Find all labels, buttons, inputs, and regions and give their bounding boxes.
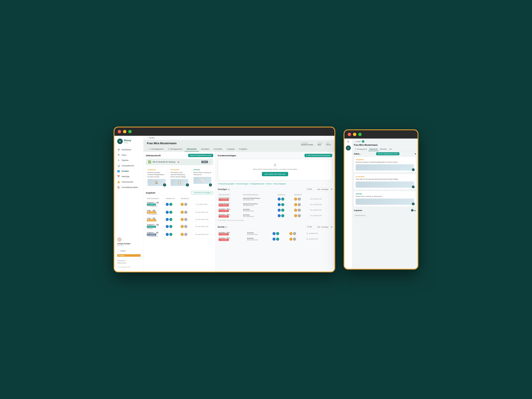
b-gray-1[interactable]: ⊙ <box>293 238 296 241</box>
side-tab-imm[interactable]: Imm <box>388 147 393 151</box>
back-arrow[interactable]: ← Kunden <box>147 137 155 139</box>
tab-2-vertragspartner[interactable]: 2. Vertragspartner <box>166 147 184 152</box>
side-tab-2vp[interactable]: 2. Vertragspartner <box>354 147 368 151</box>
s-gray-1[interactable]: ⊙ <box>298 203 301 206</box>
add-dok-bonitaet[interactable]: + Dok. hinzufügen <box>315 225 330 228</box>
feature-card-add-angebote[interactable]: + <box>163 184 166 186</box>
tab-1-vertragspartner[interactable]: 1. Vertragspartner <box>147 147 166 152</box>
sidebar-item-meetings[interactable]: 📅 Meetings <box>114 174 143 179</box>
tab-dokumente[interactable]: Dokumente <box>184 147 199 152</box>
tab-vorgaenge[interactable]: Vorgänge <box>225 147 237 152</box>
b-view-1[interactable]: 👤 <box>272 238 276 241</box>
action-view-3[interactable]: 👤 <box>166 225 169 228</box>
dot-red-side[interactable] <box>348 133 351 136</box>
collapse-bonitaet[interactable]: ▾ <box>331 225 332 228</box>
action-orange-4[interactable]: ⊙ <box>181 233 184 236</box>
b-orange-0[interactable]: ⊙ <box>289 232 292 235</box>
action-view-0[interactable]: 👤 <box>166 203 169 206</box>
s-orange-1[interactable]: ⊙ <box>294 203 297 206</box>
collapse-sonstiges[interactable]: ▾ <box>331 188 332 191</box>
filter-divers[interactable]: Divers <box>266 183 272 185</box>
tab-aktivitaeten[interactable]: Aktivitäten <box>199 147 212 152</box>
side-tab-dokumente[interactable]: Dokumente <box>368 147 379 151</box>
action-gray-1[interactable]: ⊙ <box>184 211 187 214</box>
sidebar-item-inbox[interactable]: ✉ Inbox <box>114 152 143 158</box>
download-all-btn[interactable]: ⬇ Alle Dokumente herunterladen <box>304 154 332 157</box>
s-gray-2[interactable]: ⊙ <box>298 209 301 212</box>
action-orange-0[interactable]: ⊙ <box>181 203 184 206</box>
dot-yellow-side[interactable] <box>353 133 356 136</box>
property-menu-btn[interactable]: ⋮ <box>209 161 211 163</box>
sidebar-item-pipeline[interactable]: ≡ Pipeline <box>114 158 143 163</box>
upload-btn[interactable]: oder wähle eine Datei aus <box>262 172 288 176</box>
feature-card-add-formulare[interactable]: + <box>186 184 189 186</box>
action-view-1[interactable]: 👤 <box>166 211 169 214</box>
sidebar-item-umsatzbericht[interactable]: 📊 Umsatzbericht <box>114 163 143 168</box>
action-edit-4[interactable]: ✓ <box>169 233 172 236</box>
s-orange-2[interactable]: ⊙ <box>294 209 297 212</box>
moeglichkeiten-btn[interactable]: Aktuelle Möglichkeiten prüfen <box>188 154 213 157</box>
sidebar-item-interessenten[interactable]: 🔔 Interessenten <box>114 179 143 184</box>
side-angebote-collapse[interactable]: ▲ <box>414 209 416 212</box>
side-feature-add-formulare[interactable]: + <box>412 185 415 188</box>
impressum-link[interactable]: Impressum <box>117 260 141 262</box>
dot-red-main[interactable] <box>118 130 121 133</box>
action-edit-3[interactable]: ✓ <box>169 225 172 228</box>
side-menu-icon[interactable]: ☰ <box>348 141 349 143</box>
action-orange-3[interactable]: ⊙ <box>181 225 184 228</box>
s-view-3[interactable]: 👤 <box>278 214 281 217</box>
s-gray-3[interactable]: ⊙ <box>298 214 301 217</box>
s-view-1[interactable]: 👤 <box>278 203 281 206</box>
b-edit-0[interactable]: ✓ <box>276 232 279 235</box>
s-edit-0[interactable]: ✓ <box>281 197 284 201</box>
feature-card-add-umsatz[interactable]: + <box>209 184 212 186</box>
datenschutz-link[interactable]: Datenschutz <box>117 262 141 264</box>
sidebar-item-dashboard[interactable]: ⊞ Dashboard <box>114 147 143 152</box>
s-gray-0[interactable]: ⊙ <box>298 197 301 201</box>
filter-btn-bonitaet[interactable]: ☰ Filter <box>305 225 314 228</box>
tab-immobilien[interactable]: Immobilien <box>212 147 225 152</box>
b-view-0[interactable]: 👤 <box>272 232 276 235</box>
side-back-arrow[interactable]: ← Kunden <box>354 141 361 142</box>
s-orange-3[interactable]: ⊙ <box>294 214 297 217</box>
b-edit-1[interactable]: ✓ <box>276 238 279 241</box>
action-gray-3[interactable]: ⊙ <box>184 225 187 228</box>
s-view-2[interactable]: 👤 <box>278 209 281 212</box>
filter-antrags[interactable]: Antragsdokumente <box>249 183 265 185</box>
filter-btn-sonstiges[interactable]: ☰ Filter <box>305 188 314 191</box>
filter-neue[interactable]: Neue Kategorie <box>273 183 286 185</box>
action-orange-1[interactable]: ⊙ <box>181 211 184 214</box>
action-orange-2[interactable]: ⊙ <box>181 218 184 221</box>
action-view-2[interactable]: 👤 <box>166 218 169 221</box>
s-edit-2[interactable]: ✓ <box>281 209 284 212</box>
action-gray-4[interactable]: ⊙ <box>184 233 187 236</box>
action-edit-2[interactable]: ✓ <box>169 218 172 221</box>
s-view-0[interactable]: 👤 <box>278 197 281 201</box>
filter-finanzierung[interactable]: Finanzierungsobjekt <box>218 183 234 185</box>
action-view-4[interactable]: 👤 <box>166 233 169 236</box>
action-gray-0[interactable]: ⊙ <box>184 203 187 206</box>
side-tab-aktivitaeten[interactable]: Aktivitäten <box>379 147 388 151</box>
logout-item[interactable]: → Logout <box>114 248 143 253</box>
side-feature-add-umsatz[interactable]: + <box>412 203 415 205</box>
sidebar-item-kunden[interactable]: 👥 Kunden <box>114 168 143 174</box>
dot-green-main[interactable] <box>128 130 132 133</box>
b-gray-0[interactable]: ⊙ <box>293 232 296 235</box>
sidebar-item-immobilien[interactable]: 🏠 Immobilienprojekte <box>114 184 143 190</box>
side-angebote-add-btn[interactable]: + <box>411 209 413 212</box>
action-edit-1[interactable]: ✓ <box>169 211 172 214</box>
dot-yellow-main[interactable] <box>123 130 126 133</box>
side-moeglichkeiten-btn[interactable]: Aktuelle Möglichkeiten prüfen <box>376 152 399 155</box>
dot-green-side[interactable] <box>358 133 361 136</box>
s-orange-0[interactable]: ⊙ <box>294 197 297 201</box>
action-edit-0[interactable]: ✓ <box>169 203 172 206</box>
add-dokument-btn[interactable]: + Dokument hinzufügen ▾ <box>191 191 213 194</box>
tab-freigaben[interactable]: Freigaben <box>237 147 249 152</box>
action-gray-2[interactable]: ⊙ <box>184 218 187 221</box>
side-feature-add-angebote[interactable]: + <box>412 168 415 171</box>
side-info-btn[interactable]: i <box>362 140 364 143</box>
s-edit-3[interactable]: ✓ <box>281 214 284 217</box>
s-edit-1[interactable]: ✓ <box>281 203 284 206</box>
filter-versicherungen[interactable]: Versicherungen <box>235 183 248 185</box>
add-dok-sonstiges[interactable]: + Dok. hinzufügen <box>315 188 330 191</box>
